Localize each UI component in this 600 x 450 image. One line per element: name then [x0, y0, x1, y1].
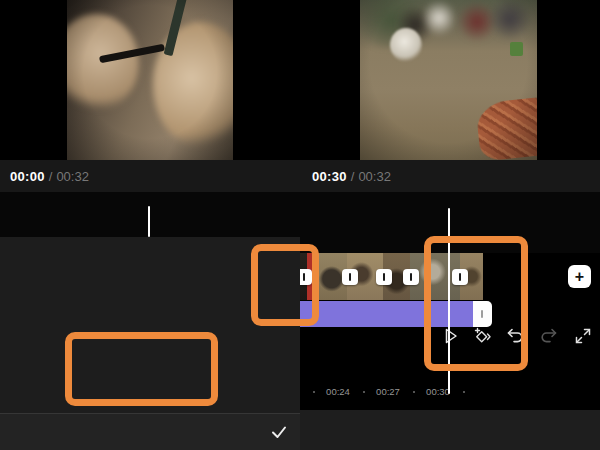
right-control-bar: 00:30 / 00:32 [300, 160, 600, 192]
filter-panel: 滤镜 调节 画质 影视级 人像 基础 露营 室内 黑白 更多 ★ [0, 237, 300, 413]
transition-button[interactable] [376, 269, 392, 285]
timeline-screen: 00:30 / 00:32 00:24 [300, 0, 600, 450]
capcut-editor-screens: 00:00 / 00:32 00:00 00:03 00:06 00:09 [0, 0, 600, 450]
transition-button[interactable] [403, 269, 419, 285]
time-separator: / [351, 169, 355, 184]
track-trim-handle[interactable] [473, 301, 492, 327]
right-timeline[interactable]: 00:24 00:27 00:30 [300, 192, 600, 253]
right-playhead [448, 208, 450, 394]
fullscreen-icon[interactable] [573, 326, 593, 346]
ruler-dot [363, 391, 365, 393]
handle-tick [481, 310, 483, 318]
vignette [360, 0, 537, 160]
transition-button[interactable] [452, 269, 468, 285]
ruler-dot [413, 391, 415, 393]
plus-icon: + [575, 268, 584, 286]
redo-icon[interactable] [539, 326, 559, 346]
confirm-check-icon[interactable] [269, 422, 289, 442]
ruler-dot [463, 391, 465, 393]
filter-screen: 00:00 / 00:32 00:00 00:03 00:06 00:09 [0, 0, 300, 450]
left-bottom-bar [0, 413, 300, 450]
left-playhead [148, 206, 150, 237]
ruler-dot [313, 391, 315, 393]
clip-toolbar: « 编辑 复制 分割 [300, 410, 600, 450]
add-clip-button[interactable]: + [568, 265, 591, 288]
transition-button[interactable] [300, 269, 312, 285]
ruler-label: 00:27 [376, 386, 400, 397]
total-time: 00:32 [56, 169, 89, 184]
play-icon[interactable] [440, 326, 460, 346]
left-time-display: 00:00 / 00:32 [10, 160, 89, 192]
left-timeline[interactable]: 00:00 00:03 00:06 00:09 [0, 192, 300, 238]
vignette [67, 0, 233, 160]
left-control-bar: 00:00 / 00:32 [0, 160, 300, 192]
keyframe-icon[interactable] [472, 326, 492, 346]
transition-button[interactable] [342, 269, 358, 285]
time-separator: / [49, 169, 53, 184]
current-time: 00:30 [312, 169, 347, 184]
total-time: 00:32 [358, 169, 391, 184]
right-time-display: 00:30 / 00:32 [312, 160, 391, 192]
ruler-label: 00:30 [426, 386, 450, 397]
video-preview-sepia [67, 0, 233, 160]
video-preview-outdoor [360, 0, 537, 160]
current-time: 00:00 [10, 169, 45, 184]
ruler-label: 00:24 [326, 386, 350, 397]
undo-icon[interactable] [505, 326, 525, 346]
